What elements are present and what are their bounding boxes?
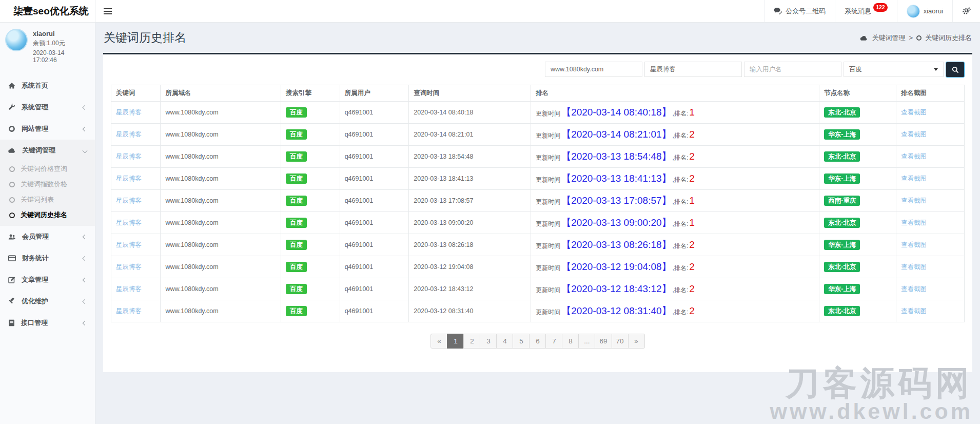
rank-cell: 更新时间【2020-03-14 08:21:01】,排名:2 [531,124,819,146]
engine-badge: 百度 [286,174,307,184]
screenshot-link[interactable]: 查看截图 [901,153,927,160]
sidebar-item-home[interactable]: 系统首页 [0,75,95,97]
query-time-cell: 2020-03-13 17:08:57 [409,190,531,212]
page-button-4[interactable]: 4 [496,334,513,349]
domain-input[interactable] [545,62,642,77]
table-row: 星辰博客 www.1080kdy.com 百度 q4691001 2020-03… [111,124,965,146]
user-menu-item[interactable]: xiaorui [897,0,952,22]
sidebar-item-website[interactable]: 网站管理 [0,118,95,140]
sidebar-group-keywords: 关键词管理 关键词价格查询 关键词指数价格 关键词列表 关键词历史排名 [0,140,95,226]
sidebar-toggle-button[interactable] [95,0,120,22]
keyword-link[interactable]: 星辰博客 [116,131,142,138]
user-cell: q4691001 [340,146,409,168]
query-time-cell: 2020-03-13 08:26:18 [409,234,531,256]
search-icon [952,66,959,73]
page-button-70[interactable]: 70 [612,334,629,349]
chevron-left-icon [83,256,88,261]
sidebar-item-keywords[interactable]: 关键词管理 [0,140,95,161]
screenshot-link[interactable]: 查看截图 [901,197,927,204]
header-username: xiaorui [924,7,943,15]
screenshot-link[interactable]: 查看截图 [901,131,927,138]
sidebar-item-members[interactable]: 会员管理 [0,226,95,247]
col-keyword: 关键词 [111,85,161,102]
col-screenshot: 排名截图 [896,85,964,102]
user-cell: q4691001 [340,212,409,234]
page-button-3[interactable]: 3 [480,334,497,349]
engine-select[interactable]: 百度 [844,62,944,77]
user-name: xiaorui [33,30,90,37]
engine-selected-value: 百度 [849,65,862,74]
sidebar-item-label: 优化维护 [22,297,48,306]
keyword-link[interactable]: 星辰博客 [116,263,142,271]
sidebar-item-keyword-history-rank[interactable]: 关键词历史排名 [0,207,95,223]
page-button-6[interactable]: 6 [529,334,546,349]
engine-badge: 百度 [286,151,307,162]
keyword-link[interactable]: 星辰博客 [116,175,142,182]
user-cell: q4691001 [340,124,409,146]
messages-label: 系统消息 [845,7,871,16]
query-time-cell: 2020-03-12 18:43:12 [409,278,531,300]
sidebar-item-finance[interactable]: 财务统计 [0,247,95,269]
domain-cell: www.1080kdy.com [161,212,281,234]
sidebar-item-keyword-list[interactable]: 关键词列表 [0,192,95,207]
table-header-row: 关键词 所属域名 搜索引擎 所属用户 查询时间 排名 节点名称 排名截图 [111,85,965,102]
domain-cell: www.1080kdy.com [161,300,281,322]
rank-cell: 更新时间【2020-03-12 18:43:12】,排名:2 [531,278,819,300]
keyword-link[interactable]: 星辰博客 [116,307,142,315]
screenshot-link[interactable]: 查看截图 [901,263,927,271]
breadcrumb-parent[interactable]: 关键词管理 [872,33,905,43]
page-heading: 关键词历史排名 关键词管理 > 关键词历史排名 [95,23,980,53]
sidebar-item-articles[interactable]: 文章管理 [0,269,95,291]
edit-icon [8,276,15,283]
page-button-8[interactable]: 8 [562,334,579,349]
screenshot-link[interactable]: 查看截图 [901,241,927,248]
domain-cell: www.1080kdy.com [161,102,281,124]
home-icon [8,82,15,89]
keyword-link[interactable]: 星辰博客 [116,153,142,160]
col-rank: 排名 [531,85,819,102]
sidebar-item-system[interactable]: 系统管理 [0,97,95,118]
page-button-2[interactable]: 2 [463,334,480,349]
query-time-cell: 2020-03-12 19:04:08 [409,256,531,278]
system-messages-item[interactable]: 系统消息 122 [835,0,897,22]
page-button-7[interactable]: 7 [545,334,562,349]
sidebar-item-keyword-index-price[interactable]: 关键词指数价格 [0,177,95,192]
username-input[interactable] [744,62,841,77]
page-next-button[interactable]: » [628,334,645,349]
cloud-icon [8,147,16,153]
sidebar-item-keyword-price-query[interactable]: 关键词价格查询 [0,161,95,177]
node-badge: 东北-北京 [824,151,860,162]
user-cell: q4691001 [340,102,409,124]
screenshot-link[interactable]: 查看截图 [901,307,927,315]
screenshot-link[interactable]: 查看截图 [901,219,927,226]
engine-badge: 百度 [286,262,307,273]
page-button-5[interactable]: 5 [513,334,530,349]
avatar[interactable] [5,29,28,51]
keyword-link[interactable]: 星辰博客 [116,197,142,204]
user-cell: q4691001 [340,168,409,190]
keyword-link[interactable]: 星辰博客 [116,109,142,116]
node-badge: 华东-上海 [824,240,860,250]
page-button-1[interactable]: 1 [447,334,464,349]
keyword-input[interactable] [644,62,742,77]
search-button[interactable] [946,62,965,78]
user-cell: q4691001 [340,300,409,322]
rank-cell: 更新时间【2020-03-13 18:54:48】,排名:2 [531,146,819,168]
sidebar-item-optimization[interactable]: 优化维护 [0,291,95,312]
user-balance: 余额:1.00元 [33,39,90,48]
user-info: xiaorui 余额:1.00元 2020-03-14 17:02:46 [33,29,90,64]
sidebar-item-api[interactable]: 接口管理 [0,312,95,334]
qrcode-menu-item[interactable]: 公众号二维码 [764,0,835,22]
screenshot-link[interactable]: 查看截图 [901,109,927,116]
table-row: 星辰博客 www.1080kdy.com 百度 q4691001 2020-03… [111,212,965,234]
page-button-69[interactable]: 69 [595,334,612,349]
settings-menu-item[interactable] [952,0,980,22]
page-prev-button[interactable]: « [430,334,447,349]
keyword-link[interactable]: 星辰博客 [116,241,142,248]
screenshot-link[interactable]: 查看截图 [901,175,927,182]
keyword-link[interactable]: 星辰博客 [116,219,142,226]
screenshot-link[interactable]: 查看截图 [901,285,927,293]
domain-cell: www.1080kdy.com [161,124,281,146]
query-time-cell: 2020-03-13 18:54:48 [409,146,531,168]
keyword-link[interactable]: 星辰博客 [116,285,142,293]
